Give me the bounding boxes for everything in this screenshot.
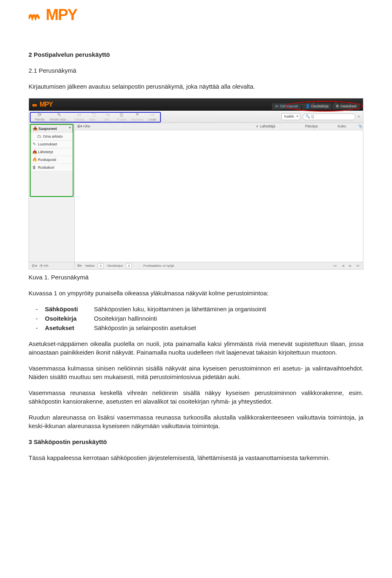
first-page-button[interactable]: ⏮	[333, 263, 338, 268]
logo-text: MPY	[46, 4, 77, 26]
reply-icon: ↩	[77, 112, 81, 117]
tab-contacts[interactable]: 👤 Osoitekirja	[302, 103, 332, 109]
pie-icon: ◔	[40, 263, 42, 268]
forward-icon: ↪	[106, 112, 110, 117]
message-list-header: ⊞▾ Aihe ★ Lähettäjä Päiväys Koko 📎	[75, 123, 363, 130]
folder-trash[interactable]: 🗑 Roskakori	[31, 164, 73, 172]
folder-settings-button[interactable]: ⚙▾	[31, 263, 37, 269]
inbox-icon: 📥	[33, 126, 37, 132]
mpy-logo: MPY	[29, 4, 77, 26]
definitions-list: - Sähköposti Sähköpostien luku, kirjoitt…	[29, 305, 363, 332]
paragraph-alareuna: Ruudun alareunassa on lisäksi vasemmassa…	[29, 413, 363, 430]
main-tabs: ✉ Sähköposti 👤 Osoitekirja ⚙ Asetukset	[272, 103, 360, 109]
message-list-body	[75, 130, 363, 262]
gear-icon: ⚙	[336, 104, 339, 109]
search-icon: 🔍	[305, 114, 310, 119]
app-footer: ⚙▾ ◔ 0% ⊞▾ Valitse 0 Viestiketjut 0 Post…	[29, 262, 363, 269]
reply-button[interactable]: ↩ Vastaa	[72, 112, 87, 122]
paragraph-asetukset-nuoli: Asetukset-näppäimen oikealla puolella on…	[29, 339, 363, 357]
search-options-button[interactable]: ▾	[358, 114, 360, 119]
app-logo: MPY	[32, 100, 53, 109]
prev-page-button[interactable]: ◀	[341, 263, 345, 268]
col-subject[interactable]: Aihe	[83, 124, 254, 129]
paragraph-sec3-intro: Tässä kappaleessa kerrotaan sähköpostien…	[29, 453, 363, 462]
last-page-button[interactable]: ⏭	[356, 263, 361, 268]
paragraph-vihrea-nelio: Vasemmassa reunassa keskellä vihreän nel…	[29, 388, 363, 406]
empty-mailbox-label: Postilaatikko on tyhjä	[143, 263, 174, 268]
logo-wave-icon	[29, 10, 44, 20]
col-date[interactable]: Päiväys	[305, 124, 338, 129]
quota-indicator: ◔ 0%	[40, 263, 49, 268]
reply-all-icon: ⮌	[91, 112, 96, 117]
col-from[interactable]: Lähettäjä	[260, 124, 305, 129]
intro-paragraph: Kirjautumisen jälkeen avautuu selainpost…	[29, 82, 363, 91]
delete-button[interactable]: 🗑 Poista	[115, 112, 129, 122]
folder-sent[interactable]: 📤 Lähetetyt	[31, 148, 73, 156]
figure-caption: Kuva 1. Perusnäkymä	[29, 273, 363, 281]
folder-icon: 🗀	[37, 134, 41, 139]
folder-drafts[interactable]: ✎ Luonnokset	[31, 141, 73, 148]
trash-icon: 🗑	[32, 165, 36, 170]
mark-button[interactable]: ⚑ Merkitse	[129, 112, 146, 122]
forward-button[interactable]: ↪ Väli…	[101, 112, 115, 122]
annotation-green-box: 📥 Saapuneet 🗀 Oma arkisto ✎ Luonnokset 📤…	[30, 124, 74, 197]
next-page-button[interactable]: ▶	[348, 263, 352, 268]
def-row-asetukset: - Asetukset Sähköpostin ja selainpostin …	[29, 324, 363, 332]
heading-21-perusnakyma: 2.1 Perusnäkymä	[29, 66, 363, 75]
sent-icon: 📤	[32, 149, 36, 155]
compose-button[interactable]: ✎ Viestin kirjo…	[47, 112, 72, 122]
folder-sidebar: 📥 Saapuneet 🗀 Oma arkisto ✎ Luonnokset 📤…	[29, 123, 75, 262]
junk-icon: 🔥	[32, 157, 36, 163]
select-mode-button[interactable]: ⊞▾	[77, 263, 82, 268]
mail-icon: ✉	[275, 104, 278, 109]
select-label: Valitse	[85, 263, 94, 268]
annotation-blue-box: ⟳ Päivitä ✎ Viestin kirjo… ↩ Vastaa ⮌ Va…	[30, 112, 161, 123]
mail-toolbar: ⟳ Päivitä ✎ Viestin kirjo… ↩ Vastaa ⮌ Va…	[29, 111, 363, 123]
trash-icon: 🗑	[119, 112, 124, 117]
person-icon: 👤	[305, 104, 310, 109]
search-input[interactable]: 🔍 Q	[303, 114, 356, 120]
reply-all-button[interactable]: ⮌ Vast…	[87, 112, 101, 122]
refresh-button[interactable]: ⟳ Päivitä	[32, 112, 47, 122]
select-count: 0	[98, 263, 103, 268]
folder-own-archive[interactable]: 🗀 Oma arkisto	[31, 133, 73, 141]
pencil-icon: ✎	[32, 141, 36, 147]
compose-icon: ✎	[57, 112, 61, 117]
threads-count: 0	[126, 263, 131, 268]
mark-icon: ⚑	[135, 112, 140, 117]
heading-2-postipalvelu: 2 Postipalvelun peruskäyttö	[29, 50, 363, 59]
folder-junk[interactable]: 🔥 Roskaposti	[31, 156, 73, 164]
filter-select[interactable]: Kaikki	[281, 113, 300, 120]
heading-3-sahkoposti: 3 Sähköpostin peruskäyttö	[29, 437, 363, 446]
col-size[interactable]: Koko	[338, 124, 358, 129]
col-flag[interactable]: ★	[254, 124, 260, 129]
page-header: MPY	[29, 4, 363, 26]
message-list-pane: ⊞▾ Aihe ★ Lähettäjä Päiväys Koko 📎	[75, 123, 363, 262]
screenshot-figure: MPY asko.esimerkki@viesti.net ⏻Kirjaudu …	[29, 98, 363, 270]
threads-label: Viestiketjut	[107, 263, 123, 268]
tab-mail[interactable]: ✉ Sähköposti	[272, 103, 301, 109]
refresh-icon: ⟳	[38, 112, 42, 117]
more-button[interactable]: ⋯ Lisää	[146, 112, 158, 122]
def-row-sahkoposti: - Sähköposti Sähköpostien luku, kirjoitt…	[29, 305, 363, 313]
folder-inbox[interactable]: 📥 Saapuneet	[31, 125, 73, 133]
paragraph-sininen-nelio: Vasemmassa kulmassa sinisen neliöinnin s…	[29, 364, 363, 381]
def-row-osoitekirja: - Osoitekirja Osoitekirjan hallinnointi	[29, 314, 363, 323]
thread-toggle[interactable]: ⊞▾	[77, 124, 83, 129]
col-attachment-icon: 📎	[358, 124, 363, 129]
lead-paragraph: Kuvassa 1 on ympyröity punaisella oikeas…	[29, 289, 363, 297]
more-icon: ⋯	[150, 112, 155, 117]
tab-settings[interactable]: ⚙ Asetukset	[332, 103, 360, 109]
